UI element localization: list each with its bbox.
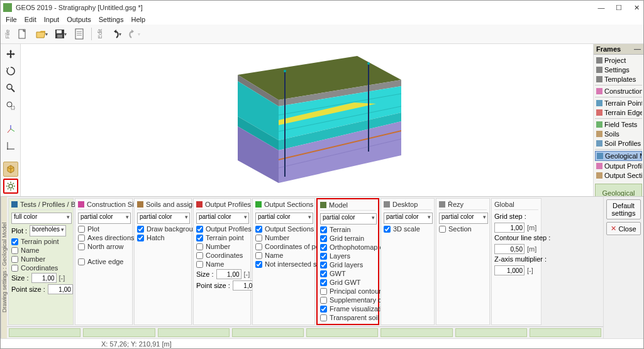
default-settings-button[interactable]: Default settings — [606, 199, 641, 219]
menu-outputs[interactable]: Outputs — [67, 16, 91, 23]
site-opt-0[interactable]: Plot — [78, 225, 130, 233]
frames-item-output-profiles[interactable]: Output Profiles — [595, 162, 642, 170]
colormode-select[interactable]: full color — [11, 213, 72, 224]
frames-item-soils[interactable]: Soils — [595, 130, 642, 138]
site-opt-2[interactable]: North arrow — [78, 243, 130, 250]
frames-item-templates[interactable]: Templates — [595, 75, 642, 84]
redo-button[interactable]: ▾ — [127, 27, 141, 41]
menu-input[interactable]: Input — [44, 16, 59, 23]
preview-slot[interactable] — [232, 328, 304, 337]
open-file-button[interactable]: ▾ — [35, 27, 48, 41]
model-opt-6[interactable]: Grid GWT — [320, 279, 375, 286]
outsec-opt-3[interactable]: Name — [255, 252, 312, 259]
preview-slot[interactable] — [530, 328, 601, 337]
minimize-button[interactable]: — — [597, 3, 606, 12]
model-opt-4[interactable]: Grid layers — [320, 261, 375, 269]
menu-file[interactable]: File — [6, 16, 17, 23]
new-file-button[interactable] — [16, 27, 30, 41]
tests-size-input[interactable] — [31, 273, 57, 283]
menu-settings[interactable]: Settings — [99, 16, 124, 23]
preview-slot[interactable] — [9, 328, 80, 337]
model-opt-8[interactable]: Supplementary contour — [320, 296, 375, 304]
soils-opt-0[interactable]: Draw background — [137, 225, 189, 233]
soils-opt-1[interactable]: Hatch — [137, 234, 189, 241]
outprof-opt-0[interactable]: Output Profiles — [196, 225, 248, 233]
colormode-select[interactable]: partial color — [78, 213, 131, 224]
outprof-opt-2[interactable]: Number — [196, 243, 248, 250]
frames-item-geological-model[interactable]: Geological Model — [595, 151, 642, 161]
viewport-3d[interactable] — [21, 44, 593, 196]
axes-xyz-button[interactable] — [3, 121, 18, 136]
save-file-button[interactable]: ▾ — [53, 27, 67, 41]
undo-button[interactable]: ▾ — [108, 27, 122, 41]
preview-slot[interactable] — [455, 328, 527, 337]
outprof-opt-3[interactable]: Coordinates — [196, 252, 248, 259]
global-gridstep-input[interactable] — [494, 223, 525, 233]
colormode-select[interactable]: partial color — [439, 213, 488, 224]
tests-pointsize-input[interactable] — [48, 284, 73, 294]
frames-item-construction-site[interactable]: Construction Site — [595, 87, 642, 96]
model-opt-1[interactable]: Grid terrain — [320, 235, 375, 242]
colormode-select[interactable]: partial color — [320, 213, 377, 224]
desktop-opt-0[interactable]: 3D scale — [384, 225, 431, 233]
manager-button[interactable] — [72, 27, 86, 41]
global-zaxis-input[interactable] — [494, 265, 525, 275]
menu-edit[interactable]: Edit — [25, 16, 36, 23]
frames-item-terrain-edges[interactable]: Terrain Edges — [595, 108, 642, 117]
rezy-opt-0[interactable]: Section — [439, 225, 487, 233]
preview-slot[interactable] — [83, 328, 155, 337]
model-opt-10[interactable]: Transparent soil margins — [320, 314, 375, 321]
model-opt-2[interactable]: Orthophotomap on terrain — [320, 243, 375, 251]
site-opt-1[interactable]: Axes directions — [78, 234, 130, 241]
svg-line-12 — [8, 129, 11, 133]
site-active-edge[interactable]: Active edge — [78, 258, 130, 265]
tests-opt-0[interactable]: Terrain point — [11, 238, 70, 245]
outprof-opt-4[interactable]: Name — [196, 260, 248, 268]
frames-collapse-button[interactable]: — — [634, 45, 641, 53]
model-opt-0[interactable]: Terrain — [320, 226, 375, 233]
model-opt-5[interactable]: GWT — [320, 270, 375, 277]
preview-slot[interactable] — [158, 328, 230, 337]
zoom-extents-button[interactable] — [3, 98, 18, 113]
preview-slot[interactable] — [380, 328, 452, 337]
frames-item-project[interactable]: Project — [595, 56, 642, 65]
view-3d-button[interactable] — [3, 162, 18, 176]
colormode-select[interactable]: partial color — [384, 213, 433, 224]
pan-button[interactable] — [3, 47, 18, 61]
tests-opt-3[interactable]: Coordinates — [11, 264, 70, 272]
model-opt-9[interactable]: Frame visualization of soils — [320, 305, 375, 313]
outsec-opt-4[interactable]: Not intersected surfaces — [255, 260, 312, 268]
tests-opt-2[interactable]: Number — [11, 255, 70, 263]
outsec-opt-2[interactable]: Coordinates of points — [255, 243, 312, 250]
global-contour-input[interactable] — [494, 244, 525, 254]
zoom-button[interactable] — [3, 81, 18, 96]
model-opt-3[interactable]: Layers — [320, 252, 375, 260]
drawing-settings-button[interactable] — [3, 179, 18, 194]
frames-item-field-tests[interactable]: Field Tests — [595, 120, 642, 129]
model-opt-7[interactable]: Principal contour — [320, 287, 375, 295]
frames-item-output-sections[interactable]: Output Sections — [595, 171, 642, 180]
colormode-select[interactable]: partial color — [255, 213, 313, 224]
outprof-opt-1[interactable]: Terrain point — [196, 234, 248, 241]
main-toolbar: File ▾ ▾ Edit ▾ ▾ — [1, 25, 643, 44]
preview-slot[interactable] — [306, 328, 378, 337]
close-settings-button[interactable]: ✕Close — [606, 222, 641, 235]
tests-opt-1[interactable]: Name — [11, 247, 70, 254]
svg-rect-48 — [596, 100, 602, 106]
close-button[interactable]: ✕ — [632, 3, 641, 12]
maximize-button[interactable]: ☐ — [614, 3, 623, 12]
svg-rect-77 — [439, 201, 445, 208]
colormode-select[interactable]: boreholes — [30, 225, 66, 236]
axes-xy-button[interactable] — [3, 138, 18, 153]
colormode-select[interactable]: partial color — [137, 213, 190, 224]
file-group-label: File — [4, 30, 11, 39]
frames-item-settings[interactable]: Settings — [595, 65, 642, 74]
frames-item-soil-profiles[interactable]: Soil Profiles — [595, 139, 642, 148]
outsec-opt-1[interactable]: Number — [255, 234, 312, 241]
frames-item-terrain-points[interactable]: Terrain Points — [595, 99, 642, 108]
colormode-select[interactable]: partial color — [196, 213, 249, 224]
outprof-size-input[interactable] — [216, 269, 242, 279]
menu-help[interactable]: Help — [131, 16, 145, 23]
rotate-button[interactable] — [3, 64, 18, 78]
outsec-opt-0[interactable]: Output Sections — [255, 225, 312, 233]
